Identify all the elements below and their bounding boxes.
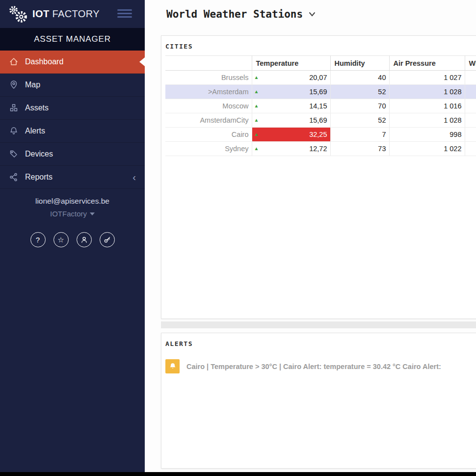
chevron-down-icon[interactable] — [309, 10, 316, 19]
pressure-cell: 1 028 — [389, 113, 465, 128]
section-title: ASSET MANAGER — [0, 28, 145, 51]
sidebar: IOT FACTORY ASSET MANAGER Dashboard Map … — [0, 0, 145, 472]
table-row[interactable]: Brussels ▲20,07 40 1 027 — [165, 71, 476, 85]
cities-table: Temperature Humidity Air Pressure Wind B… — [165, 55, 476, 156]
cubes-icon — [9, 103, 19, 113]
column-header-temperature: Temperature — [252, 56, 330, 71]
home-icon — [9, 57, 19, 67]
column-header-city — [165, 56, 252, 71]
sidebar-item-label: Assets — [25, 104, 49, 112]
brand-title-bold: IOT — [32, 8, 50, 19]
trend-up-icon: ▲ — [254, 104, 259, 108]
trend-up-icon: ▲ — [254, 146, 259, 151]
org-dropdown[interactable]: IOTFactory — [50, 210, 95, 218]
wind-cell — [465, 71, 476, 85]
city-cell: Brussels — [165, 71, 252, 85]
panel-divider — [161, 321, 476, 328]
humidity-cell: 7 — [330, 128, 389, 142]
sidebar-item-alerts[interactable]: Alerts — [0, 120, 145, 143]
gears-logo-icon — [8, 5, 28, 24]
sidebar-nav: Dashboard Map Assets Alerts Devices — [0, 51, 145, 189]
page-header: World Weather Stations — [145, 0, 476, 20]
city-cell: Sydney — [165, 142, 252, 156]
alerts-panel: ALERTS Cairo | Temperature > 30°C | Cair… — [161, 333, 476, 469]
hamburger-menu-icon[interactable] — [117, 9, 132, 18]
table-row-selected[interactable]: >Amsterdam ▲15,69 52 1 028 — [165, 85, 476, 99]
sidebar-item-label: Devices — [25, 150, 53, 159]
column-header-pressure: Air Pressure — [389, 56, 465, 71]
page-title: World Weather Stations — [166, 8, 303, 20]
table-row[interactable]: AmsterdamCity ▲15,69 52 1 028 — [165, 113, 476, 128]
sidebar-item-map[interactable]: Map — [0, 74, 145, 97]
humidity-cell: 52 — [330, 85, 389, 99]
city-cell: Cairo — [165, 128, 252, 142]
pressure-cell: 1 022 — [389, 142, 465, 156]
favorites-button[interactable]: ☆ — [53, 232, 69, 247]
column-header-humidity: Humidity — [330, 56, 389, 71]
sidebar-item-devices[interactable]: Devices — [0, 143, 145, 166]
key-icon — [103, 236, 111, 244]
password-button[interactable] — [100, 232, 115, 247]
sidebar-footer-icons: ? ☆ — [0, 232, 145, 247]
humidity-cell: 40 — [330, 71, 389, 85]
pressure-cell: 998 — [389, 128, 465, 142]
temperature-cell-alert: ▲32,25 — [252, 128, 330, 142]
trend-up-icon: ▲ — [254, 89, 259, 94]
humidity-cell: 70 — [330, 99, 389, 113]
temperature-cell: ▲14,15 — [252, 99, 330, 113]
account-email: lionel@apiservices.be — [0, 197, 145, 206]
brand-title: IOT FACTORY — [32, 8, 100, 20]
user-icon — [80, 236, 88, 244]
table-header-row: Temperature Humidity Air Pressure Wind — [165, 56, 476, 71]
bell-icon — [9, 126, 19, 136]
city-cell: >Amsterdam — [165, 85, 252, 99]
wind-cell — [465, 113, 476, 128]
sidebar-item-label: Reports — [25, 173, 53, 182]
sidebar-item-assets[interactable]: Assets — [0, 97, 145, 120]
humidity-cell: 73 — [330, 142, 389, 156]
temperature-cell: ▲20,07 — [252, 71, 330, 85]
share-icon — [9, 172, 19, 182]
trend-up-icon: ▲ — [254, 118, 259, 123]
table-row[interactable]: Sydney ▲12,72 73 1 022 — [165, 142, 476, 156]
sidebar-item-dashboard[interactable]: Dashboard — [0, 51, 145, 74]
wind-cell — [465, 99, 476, 113]
table-row[interactable]: Cairo ▲32,25 7 998 — [165, 128, 476, 142]
temperature-cell: ▲15,69 — [252, 85, 330, 99]
org-name: IOTFactory — [50, 210, 87, 218]
active-indicator — [139, 57, 145, 66]
sidebar-item-label: Alerts — [25, 127, 45, 135]
wind-cell — [465, 128, 476, 142]
trend-up-icon: ▲ — [254, 75, 259, 80]
table-row[interactable]: Moscow ▲14,15 70 1 016 — [165, 99, 476, 113]
wind-cell — [465, 142, 476, 156]
sidebar-item-reports[interactable]: Reports ‹ — [0, 166, 145, 189]
sidebar-item-label: Dashboard — [25, 57, 63, 66]
main-content: World Weather Stations CITIES Temperatur… — [145, 0, 476, 472]
alert-text: Cairo | Temperature > 30°C | Cairo Alert… — [186, 363, 441, 370]
alerts-panel-title: ALERTS — [161, 333, 476, 353]
pressure-cell: 1 027 — [389, 71, 465, 85]
chevron-left-icon[interactable]: ‹ — [132, 172, 136, 182]
help-button[interactable]: ? — [30, 232, 46, 247]
column-header-wind: Wind — [465, 56, 476, 71]
city-cell: AmsterdamCity — [165, 113, 252, 128]
tags-icon — [9, 149, 19, 159]
humidity-cell: 52 — [330, 113, 389, 128]
city-cell: Moscow — [165, 99, 252, 113]
cities-panel-title: CITIES — [161, 36, 476, 55]
alert-bell-icon — [165, 359, 180, 373]
bottom-bar — [0, 472, 476, 476]
map-marker-icon — [9, 80, 19, 90]
temperature-cell: ▲12,72 — [252, 142, 330, 156]
trend-up-icon: ▲ — [254, 132, 259, 137]
brand-title-rest: FACTORY — [53, 8, 100, 19]
sidebar-item-label: Map — [25, 80, 40, 89]
wind-cell — [465, 85, 476, 99]
star-icon: ☆ — [57, 236, 64, 244]
alert-list-item[interactable]: Cairo | Temperature > 30°C | Cairo Alert… — [161, 353, 476, 373]
temperature-cell: ▲15,69 — [252, 113, 330, 128]
account-block: lionel@apiservices.be IOTFactory — [0, 197, 145, 218]
cities-panel: CITIES Temperature Humidity Air Pressure… — [161, 35, 476, 319]
profile-button[interactable] — [77, 232, 92, 247]
